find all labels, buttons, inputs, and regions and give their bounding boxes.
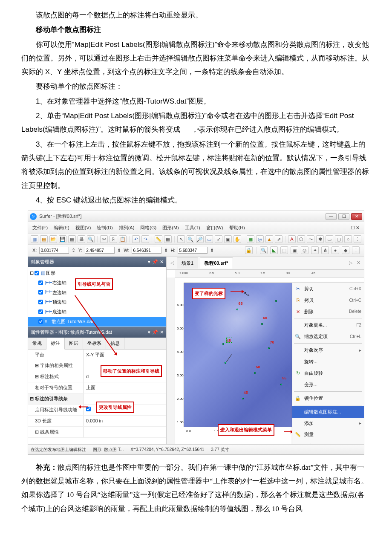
menu-grid[interactable]: 网格(G) <box>140 223 156 232</box>
cut-icon[interactable]: ✂ <box>100 235 108 243</box>
zoom-rect-icon[interactable]: ▭ <box>205 235 213 243</box>
checkbox[interactable] <box>38 300 43 304</box>
tab-crs[interactable]: 坐标系 <box>83 338 106 349</box>
ctx-lock-pos[interactable]: 🔒锁住位置 <box>292 393 364 404</box>
h-field[interactable] <box>178 247 208 254</box>
more-icon[interactable]: ⋮ <box>354 235 361 243</box>
round-rect-icon[interactable]: ▢ <box>335 235 343 243</box>
tree-item-top-axis[interactable]: |⊢⊢顶边轴 <box>28 297 166 307</box>
menu-edit[interactable]: 编辑(E) <box>54 223 69 232</box>
grid-data-icon[interactable]: ▦ <box>247 235 254 243</box>
polyline-icon[interactable]: 〜 <box>307 235 314 243</box>
tab-label[interactable]: 标注 <box>46 338 65 350</box>
tool-icon[interactable]: ◆ <box>342 246 349 254</box>
vector-icon[interactable]: ⇗ <box>275 235 282 243</box>
tool-icon[interactable]: ✦ <box>311 246 319 254</box>
fit-icon[interactable]: ⤢ <box>215 235 222 243</box>
tool-icon[interactable]: ● <box>331 246 339 254</box>
y-field[interactable] <box>85 247 115 254</box>
tree-item-post-map[interactable]: ⁞⁞散点图-TutorWS.dat <box>28 317 166 327</box>
zoom-in-icon[interactable]: 🔍 <box>187 235 194 243</box>
menu-view[interactable]: 视图(V) <box>75 223 91 232</box>
open-icon[interactable]: 📂 <box>49 235 57 243</box>
grid-icon[interactable]: ▦ <box>164 235 172 243</box>
ruler-icon[interactable]: 📏 <box>155 235 162 243</box>
lock-icon[interactable]: 🔒 <box>245 246 253 254</box>
ctx-digitize[interactable]: 数字化 <box>292 440 364 444</box>
saveall-icon[interactable]: ▦ <box>68 235 76 243</box>
tab-tutorial03[interactable]: 教程03.srf* <box>200 257 233 269</box>
mdi-close[interactable]: ✕ <box>356 223 360 232</box>
ctx-deform[interactable]: 变形... <box>292 379 364 390</box>
spinner[interactable]: ⇕ <box>164 246 168 255</box>
mdi-max[interactable]: ☐ <box>351 223 355 232</box>
ctx-zoom-sel[interactable]: 🔍缩放选定项Ctrl+L <box>292 331 364 342</box>
tab-prev-icon[interactable]: ◁ <box>169 258 175 267</box>
ctx-measure[interactable]: 📏测量 <box>292 429 364 440</box>
spinner[interactable]: ⇕ <box>117 246 121 255</box>
ctx-free-rotate[interactable]: ↻自由旋转 <box>292 367 364 379</box>
save-icon[interactable]: 💾 <box>59 235 66 243</box>
ctx-rotate[interactable]: 旋转... <box>292 356 364 367</box>
menu-help[interactable]: 帮助(H) <box>229 223 245 232</box>
surface-icon[interactable]: ▲ <box>265 235 273 243</box>
rect-icon[interactable]: ▭ <box>326 235 333 243</box>
tab-general[interactable]: 常规 <box>28 338 46 349</box>
ctx-add[interactable]: 添加▸ <box>292 418 364 429</box>
spinner[interactable]: ⇕ <box>72 246 75 255</box>
pin-icon[interactable]: 📌 <box>152 257 158 266</box>
preview-icon[interactable]: 🔍 <box>87 235 95 243</box>
close-pane-icon[interactable]: ✕ <box>160 328 164 337</box>
symbol-icon[interactable]: ✱ <box>316 235 324 243</box>
tab-next-icon[interactable]: ▷ <box>348 258 354 267</box>
new-plot-icon[interactable]: ▥ <box>31 235 38 243</box>
tool-icon[interactable]: ▣ <box>291 246 298 254</box>
pan-icon[interactable]: ✋ <box>233 235 241 243</box>
menu-tools[interactable]: 工具(T) <box>185 223 200 232</box>
ctx-rename[interactable]: 对象更名...F2 <box>292 319 364 331</box>
close-button[interactable]: ✕ <box>351 213 362 220</box>
spinner[interactable]: ⇕ <box>210 246 214 255</box>
tool-icon[interactable]: ◎ <box>301 246 308 254</box>
tool-icon[interactable]: ⋔ <box>321 246 329 254</box>
dropdown-icon[interactable]: ▾ <box>148 328 150 337</box>
ctx-order[interactable]: 对象次序▸ <box>292 344 364 356</box>
maximize-button[interactable]: ☐ <box>338 213 349 220</box>
tree-root[interactable]: ⊟ ▥ 图形 <box>28 268 166 278</box>
zoom-tool-icon[interactable]: 🔍 <box>260 246 268 254</box>
ellipse-icon[interactable]: ○ <box>344 235 352 243</box>
copy-icon[interactable]: ⎘ <box>110 235 117 243</box>
fit-all-icon[interactable]: ▣ <box>224 235 232 243</box>
menu-window[interactable]: 窗口(W) <box>206 223 223 232</box>
zoom-out-icon[interactable]: 🔎 <box>196 235 204 243</box>
tab-scene1[interactable]: 场景1 <box>177 257 198 269</box>
w-field[interactable] <box>132 247 161 254</box>
checkbox[interactable] <box>38 280 43 285</box>
menu-map[interactable]: 图形(M) <box>162 223 179 232</box>
x-field[interactable] <box>39 247 69 254</box>
minimize-button[interactable]: — <box>326 213 337 220</box>
polygon-icon[interactable]: ⬡ <box>297 235 305 243</box>
close-pane-icon[interactable]: ✕ <box>160 257 164 266</box>
contour-icon[interactable]: ◎ <box>256 235 264 243</box>
undo-icon[interactable]: ↶ <box>132 235 140 243</box>
text-icon[interactable]: A <box>288 235 296 243</box>
leader-enable-checkbox[interactable] <box>86 407 91 411</box>
green-tool-icon[interactable]: ◣ <box>270 246 278 254</box>
mdi-min[interactable]: _ <box>347 223 350 232</box>
menu-draw[interactable]: 绘制(D) <box>97 223 112 232</box>
checkbox[interactable] <box>38 319 43 324</box>
tab-close-icon[interactable]: ✕ <box>355 258 361 267</box>
pin-icon[interactable]: 📌 <box>152 328 158 337</box>
menu-file[interactable]: 文件(F) <box>32 223 48 232</box>
ctx-cut[interactable]: ✂剪切Ctrl+X <box>292 283 364 295</box>
ctx-delete[interactable]: ✕删除Delete <box>292 306 364 318</box>
menu-arrange[interactable]: 排列(A) <box>119 223 135 232</box>
plot-canvas[interactable]: 7.000 2.5 5.0 7.5 30 45 6.000 5.000 4.00… <box>167 270 364 444</box>
print-icon[interactable]: 🖶 <box>78 235 85 243</box>
more-icon[interactable]: ⋮ <box>352 246 360 254</box>
checkbox[interactable] <box>38 309 43 314</box>
checkbox[interactable] <box>35 271 39 275</box>
ctx-copy[interactable]: ⎘拷贝Ctrl+C <box>292 295 364 306</box>
tool-icon[interactable]: ⬚ <box>280 246 288 254</box>
